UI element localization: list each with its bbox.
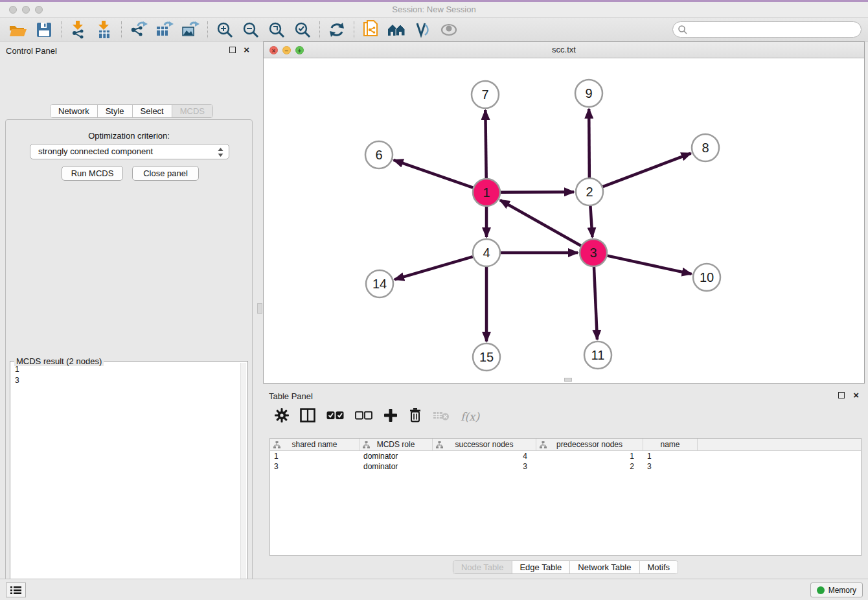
run-mcds-button[interactable]: Run MCDS (62, 166, 123, 181)
graph-edge-2-8[interactable] (603, 154, 691, 187)
column-label: MCDS role (377, 440, 415, 449)
delete-button[interactable] (409, 408, 422, 425)
search-input[interactable] (688, 23, 861, 36)
graph-edge-3-1[interactable] (500, 200, 581, 246)
minimize-window-button[interactable] (22, 6, 30, 14)
zoom-fit-button[interactable] (264, 19, 290, 40)
mcds-panel: Optimization criterion: strongly connect… (5, 119, 253, 600)
app-titlebar: Session: New Session (0, 2, 868, 18)
graph-edge-1-2[interactable] (501, 192, 574, 192)
column-type-icon (363, 441, 370, 448)
select-all-button[interactable] (326, 411, 344, 422)
control-panel: Control Panel × Network Style Select MCD… (0, 41, 258, 579)
column-type-icon (273, 441, 280, 448)
show-columns-button[interactable] (300, 408, 315, 425)
export-network-button[interactable] (126, 19, 152, 40)
graph-edge-3-11[interactable] (594, 267, 597, 340)
search-field[interactable] (672, 21, 862, 38)
criterion-dropdown[interactable]: strongly connected component (30, 144, 229, 159)
import-network-button[interactable] (65, 19, 91, 40)
float-table-panel-icon[interactable] (838, 392, 845, 398)
table-cell[interactable]: 1 (536, 451, 643, 461)
table-cell[interactable]: 3 (433, 461, 536, 472)
graph-edge-1-6[interactable] (394, 160, 474, 188)
graph-node-label: 8 (702, 141, 709, 155)
table-cell[interactable]: 3 (643, 461, 698, 472)
table-cell[interactable]: 4 (433, 451, 536, 461)
column-header-predecessor-nodes[interactable]: predecessor nodes (536, 439, 643, 450)
columns-icon (300, 408, 315, 422)
table-cell[interactable]: 1 (270, 451, 360, 461)
vertical-splitter-handle[interactable] (257, 303, 262, 314)
graph-node-label: 7 (481, 87, 488, 102)
network-window-titlebar: × − + scc.txt (264, 42, 864, 58)
float-panel-icon[interactable] (229, 47, 236, 53)
table-cell[interactable]: 2 (536, 461, 643, 472)
tab-select[interactable]: Select (133, 105, 172, 117)
node-table: shared name MCDS role successor nodes pr… (269, 438, 862, 556)
graph-edge-4-14[interactable] (394, 257, 473, 279)
table-body: 1dominator4113dominator323 (270, 451, 861, 472)
tab-edge-table[interactable]: Edge Table (512, 561, 570, 573)
network-canvas[interactable]: 7968124314101511 (264, 58, 864, 383)
column-header-name[interactable]: name (643, 439, 698, 450)
export-image-button[interactable] (177, 19, 203, 40)
memory-button[interactable]: Memory (810, 583, 863, 597)
task-history-button[interactable] (6, 583, 26, 597)
close-window-button[interactable] (9, 6, 17, 14)
mcds-result-text[interactable]: 1 3 (12, 364, 240, 600)
save-session-button[interactable] (31, 19, 57, 40)
graph-edge-2-9[interactable] (589, 109, 589, 178)
zoom-out-button[interactable] (238, 19, 264, 40)
graph-edge-3-10[interactable] (607, 256, 691, 274)
zoom-view-button[interactable]: + (295, 46, 304, 54)
close-view-button[interactable]: × (269, 46, 278, 54)
refresh-view-button[interactable] (324, 19, 350, 40)
zoom-in-button[interactable] (212, 19, 238, 40)
tab-node-table[interactable]: Node Table (453, 561, 512, 573)
destroy-table-icon (433, 410, 450, 421)
table-cell[interactable]: dominator (360, 451, 433, 461)
import-network-icon (70, 21, 87, 39)
minimize-view-button[interactable]: − (282, 46, 291, 54)
close-panel-button[interactable]: Close panel (132, 166, 199, 181)
network-view-window: × − + scc.txt 7968124314101511 (263, 41, 865, 384)
table-row[interactable]: 1dominator411 (270, 451, 861, 461)
column-header-mcds-role[interactable]: MCDS role (360, 439, 433, 450)
close-table-panel-icon[interactable]: × (853, 389, 859, 401)
v-logo-button[interactable] (410, 19, 436, 40)
hide-panel-button[interactable] (436, 19, 462, 40)
deselect-all-button[interactable] (355, 411, 372, 422)
session-title: Session: New Session (0, 2, 868, 17)
export-table-button[interactable] (152, 19, 177, 40)
table-row[interactable]: 3dominator323 (270, 461, 861, 472)
open-folder-icon (9, 22, 27, 38)
tab-motifs[interactable]: Motifs (639, 561, 678, 573)
import-table-button[interactable] (91, 19, 117, 40)
clone-network-button[interactable] (358, 19, 384, 40)
tab-mcds[interactable]: MCDS (172, 105, 212, 117)
table-cell[interactable]: 1 (643, 451, 698, 461)
zoom-selected-button[interactable] (290, 19, 315, 40)
column-header-successor-nodes[interactable]: successor nodes (433, 439, 536, 450)
column-header-shared-name[interactable]: shared name (270, 439, 360, 450)
home-button[interactable] (384, 19, 410, 40)
maximize-window-button[interactable] (35, 6, 43, 14)
open-file-button[interactable] (5, 19, 31, 40)
graph-edge-2-3[interactable] (590, 206, 592, 237)
optimization-criterion-label: Optimization criterion: (6, 131, 252, 141)
control-panel-tabs: Network Style Select MCDS (50, 104, 213, 118)
tab-style[interactable]: Style (98, 105, 133, 117)
criterion-value: strongly connected component (38, 146, 153, 156)
zoom-in-icon (216, 21, 233, 38)
table-cell[interactable]: dominator (360, 461, 433, 472)
network-resize-handle[interactable] (564, 378, 572, 382)
tab-network[interactable]: Network (51, 105, 98, 117)
add-row-button[interactable] (383, 408, 398, 425)
graph-edge-1-7[interactable] (485, 110, 486, 178)
result-scrollbar[interactable] (240, 363, 246, 600)
table-cell[interactable]: 3 (270, 461, 360, 472)
tab-network-table[interactable]: Network Table (570, 561, 639, 573)
close-panel-icon[interactable]: × (244, 44, 249, 56)
table-settings-button[interactable] (275, 408, 289, 425)
